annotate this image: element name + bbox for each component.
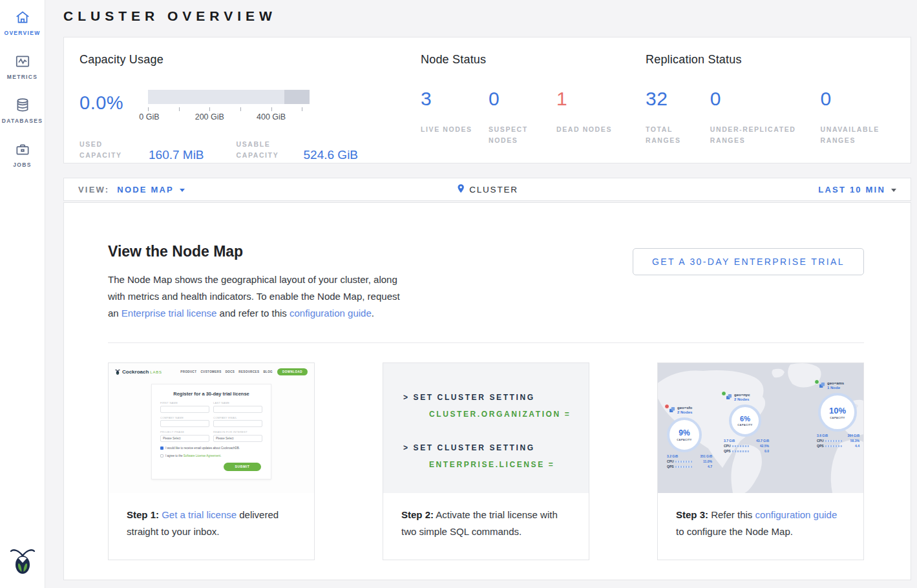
total-ranges-label: TOTAL RANGES <box>646 124 710 146</box>
sidebar-item-label: METRICS <box>7 74 37 80</box>
step3-card: geo=sfo 2 Nodes 9% CAPACITY 3.2 GiB351 G… <box>657 362 864 560</box>
mini-download-button: DOWNLOAD <box>277 368 308 375</box>
step3-caption: Step 3: Refer this configuration guide t… <box>658 493 863 554</box>
unavailable-ranges-label: UNAVAILABLE RANGES <box>821 124 905 146</box>
mini-form-title: Register for a 30-day trial license <box>160 391 262 397</box>
sidebar-item-databases[interactable]: DATABASES <box>0 97 45 124</box>
map-marker-sfo: geo=sfo 2 Nodes 9% CAPACITY 3.2 GiB351 G… <box>667 406 722 468</box>
suspect-nodes-label: SUSPECT NODES <box>489 124 556 146</box>
live-nodes-stat: 3 LIVE NODES <box>421 88 489 146</box>
status-dot-green <box>721 391 726 396</box>
main-content: CLUSTER OVERVIEW Capacity Usage 0.0% 0 G… <box>45 0 917 588</box>
cluster-summary-card: Capacity Usage 0.0% 0 GiB 200 GiB 400 Gi… <box>63 37 911 163</box>
under-replicated-ranges-value: 0 <box>710 88 821 110</box>
view-selected-value: NODE MAP <box>117 185 174 194</box>
under-replicated-ranges-stat: 0 UNDER-REPLICATED RANGES <box>710 88 821 146</box>
used-capacity-value: 160.7 MiB <box>149 148 204 162</box>
briefcase-icon <box>14 141 31 158</box>
sidebar-item-label: DATABASES <box>2 118 43 124</box>
map-marker-ams: geo=ams 1 Node 10% CAPACITY 3.6 GiB364 G… <box>817 381 863 448</box>
chevron-down-icon <box>891 189 896 192</box>
get-trial-license-link[interactable]: Get a trial license <box>162 509 237 520</box>
mini-cockroach-logo: Cockroach LABS <box>115 368 162 375</box>
capacity-bar-reserved-segment <box>284 90 310 104</box>
cockroach-labs-logo <box>10 545 36 578</box>
steps-row: Cockroach LABS PRODUCTCUSTOMERSDOCSRESOU… <box>108 362 864 560</box>
home-icon <box>14 9 31 26</box>
view-label: VIEW: <box>78 185 109 194</box>
used-capacity-label: USED CAPACITY <box>79 139 134 161</box>
axis-tick-label: 200 GiB <box>195 112 224 121</box>
node-status-title: Node Status <box>421 53 634 67</box>
intro-text: . <box>372 308 374 319</box>
node-status-section: Node Status 3 LIVE NODES 0 SUSPECT NODES… <box>421 53 634 146</box>
metrics-icon <box>14 53 31 70</box>
chevron-down-icon <box>180 189 185 192</box>
sidebar-item-metrics[interactable]: METRICS <box>0 53 45 80</box>
usable-capacity-value: 524.6 GiB <box>304 148 359 162</box>
status-dot-red <box>664 404 669 409</box>
mini-registration-form: Register for a 30-day trial license FIRS… <box>151 384 271 479</box>
panel-intro-text: The Node Map shows the geographical layo… <box>108 271 406 322</box>
section-divider <box>108 342 864 343</box>
enterprise-trial-button[interactable]: GET A 30-DAY ENTERPRISE TRIAL <box>633 248 864 275</box>
total-ranges-value: 32 <box>646 88 710 110</box>
replication-status-section: Replication Status 32 TOTAL RANGES 0 UND… <box>646 53 904 146</box>
locality-breadcrumb: CLUSTER <box>456 184 518 196</box>
enterprise-trial-license-link[interactable]: Enterprise trial license <box>121 308 217 319</box>
capacity-percent: 0.0% <box>79 92 123 114</box>
live-nodes-value: 3 <box>421 88 489 110</box>
sidebar-item-overview[interactable]: OVERVIEW <box>0 9 45 36</box>
sidebar-item-label: JOBS <box>13 162 31 168</box>
sidebar-item-label: OVERVIEW <box>4 30 40 36</box>
map-marker-nyc: geo=nyc 2 Nodes 6% CAPACITY 3.7 GiB43.7 … <box>724 393 779 453</box>
step3-text: Refer this <box>708 509 755 520</box>
configuration-guide-link[interactable]: configuration guide <box>290 308 372 319</box>
step2-caption: Step 2: Activate the trial license with … <box>383 493 589 554</box>
capacity-usage-title: Capacity Usage <box>79 53 406 67</box>
under-replicated-ranges-label: UNDER-REPLICATED RANGES <box>710 124 821 146</box>
capacity-bar-chart: 0 GiB 200 GiB 400 GiB <box>148 90 310 123</box>
step1-caption: Step 1: Get a trial license delivered st… <box>109 493 314 554</box>
step2-card: > SET CLUSTER SETTING CLUSTER.ORGANIZATI… <box>383 362 589 560</box>
mini-nav: PRODUCTCUSTOMERSDOCSRESOURCESBLOG <box>180 370 273 373</box>
view-toolbar: VIEW: NODE MAP CLUSTER LAST 10 MIN <box>63 178 911 201</box>
time-range-dropdown[interactable]: LAST 10 MIN <box>818 185 896 194</box>
mini-brand-suffix: LABS <box>150 370 162 374</box>
node-map-panel: View the Node Map The Node Map shows the… <box>63 202 911 580</box>
unavailable-ranges-stat: 0 UNAVAILABLE RANGES <box>821 88 905 146</box>
dead-nodes-stat: 1 DEAD NODES <box>556 88 624 146</box>
step3-nodemap-preview: geo=sfo 2 Nodes 9% CAPACITY 3.2 GiB351 G… <box>658 363 863 493</box>
status-dot-green <box>814 379 819 384</box>
step1-label: Step 1: <box>127 509 159 520</box>
intro-text: and refer to this <box>216 308 290 319</box>
sidebar: OVERVIEW METRICS DATABASES JOBS <box>0 0 45 588</box>
axis-tick-label: 400 GiB <box>257 112 286 121</box>
view-selector-dropdown[interactable]: VIEW: NODE MAP <box>78 185 185 194</box>
dead-nodes-value: 1 <box>556 88 624 110</box>
suspect-nodes-value: 0 <box>489 88 556 110</box>
panel-heading: View the Node Map <box>108 243 243 260</box>
total-ranges-stat: 32 TOTAL RANGES <box>646 88 710 146</box>
mini-brand-name: Cockroach <box>122 369 149 375</box>
step3-text: to configure the Node Map. <box>676 526 793 537</box>
time-range-value: LAST 10 MIN <box>818 185 885 194</box>
axis-tick-label: 0 GiB <box>139 112 159 121</box>
breadcrumb-cluster-label: CLUSTER <box>469 185 518 194</box>
usable-capacity-label: USABLE CAPACITY <box>237 139 296 161</box>
location-pin-icon <box>456 184 465 196</box>
dead-nodes-label: DEAD NODES <box>556 124 624 135</box>
database-icon <box>14 97 31 114</box>
configuration-guide-link-step3[interactable]: configuration guide <box>755 509 838 520</box>
step1-screenshot: Cockroach LABS PRODUCTCUSTOMERSDOCSRESOU… <box>109 363 314 493</box>
step2-label: Step 2: <box>401 509 434 520</box>
step3-label: Step 3: <box>676 509 708 520</box>
sidebar-item-jobs[interactable]: JOBS <box>0 141 45 168</box>
step2-sql-snippet: > SET CLUSTER SETTING CLUSTER.ORGANIZATI… <box>383 363 589 493</box>
live-nodes-label: LIVE NODES <box>421 124 489 135</box>
unavailable-ranges-value: 0 <box>821 88 905 110</box>
replication-status-title: Replication Status <box>646 53 904 67</box>
step1-card: Cockroach LABS PRODUCTCUSTOMERSDOCSRESOU… <box>108 362 315 560</box>
suspect-nodes-stat: 0 SUSPECT NODES <box>489 88 556 146</box>
capacity-usage-section: Capacity Usage 0.0% 0 GiB 200 GiB 400 Gi… <box>79 53 406 161</box>
